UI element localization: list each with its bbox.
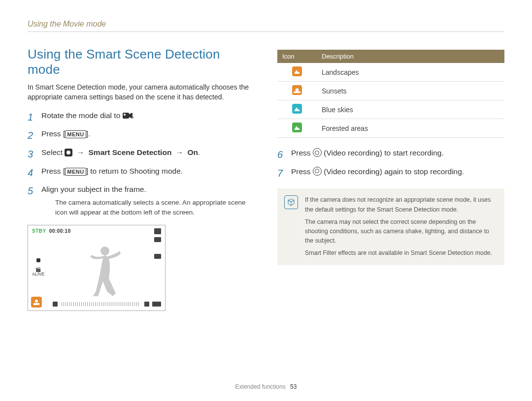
table-row: Landscapes (277, 63, 504, 82)
svg-point-4 (100, 247, 109, 255)
step-2-text-b: ]. (86, 129, 91, 138)
menu-button-label-2: MENU (65, 168, 86, 176)
step-6-text-b: (Video recording) to start recording. (322, 149, 444, 157)
table-row: Blue skies (277, 100, 504, 119)
step-2-text-a: Press [ (41, 129, 65, 138)
step-1-text: Rotate the mode dial to (41, 111, 123, 120)
note-p2: The camera may not select the correct sc… (305, 217, 497, 246)
arrow-2: → (171, 148, 187, 156)
table-header-desc: Description (317, 50, 504, 63)
scene-desc: Landscapes (317, 63, 504, 82)
quality-icon (154, 237, 161, 242)
rec-time: 00:00:10 (49, 228, 71, 234)
camera-preview: STBY 00:00:10 🎬ALIVE (28, 225, 166, 311)
step-3-text-a: Select (41, 148, 65, 156)
arrow-1: → (72, 148, 88, 156)
step-4-text-b: ] to return to Shooting mode. (86, 167, 183, 175)
note-icon (284, 195, 298, 209)
battery-icon (152, 302, 161, 307)
steps-list-right: Press (Video recording) to start recordi… (277, 148, 504, 177)
table-row: Forested areas (277, 119, 504, 138)
record-button-icon-2 (313, 167, 322, 176)
section-label: Using the Movie mode (28, 20, 504, 29)
dancer-silhouette (81, 244, 126, 298)
step-3: Select → Smart Scene Detection → On. (28, 147, 255, 158)
svg-point-2 (124, 114, 126, 116)
step-6-text-a: Press (291, 149, 313, 157)
left-column: Using the Smart Scene Detection mode In … (28, 32, 255, 311)
svg-rect-6 (33, 303, 39, 305)
note-box: If the camera does not recognize an appr… (277, 188, 504, 265)
svg-point-5 (35, 300, 38, 303)
step-7: Press (Video recording) again to stop re… (277, 166, 504, 177)
step-3-option: Smart Scene Detection (89, 148, 172, 156)
focus-icon (144, 302, 149, 307)
stby-indicator: STBY (32, 228, 46, 234)
step-7-text-a: Press (291, 167, 313, 176)
scene-icon (292, 123, 302, 132)
intro-paragraph: In Smart Scene Detection mode, your came… (28, 82, 254, 102)
record-button-icon (313, 148, 322, 157)
preview-bottom-bar (53, 302, 161, 307)
preview-right-icons (154, 228, 161, 259)
step-1-text-b: . (133, 111, 134, 120)
scene-desc: Blue skies (317, 100, 504, 119)
step-3-text-d: . (198, 148, 200, 156)
scene-desc: Forested areas (317, 119, 504, 138)
scene-chip-icon (31, 297, 42, 308)
flash-icon (53, 302, 58, 307)
ev-scale (62, 302, 140, 306)
camera-icon (65, 149, 72, 156)
icon-description-table: Icon Description LandscapesSunsetsBlue s… (277, 50, 504, 138)
scene-icon (292, 85, 302, 95)
svg-rect-0 (123, 113, 129, 119)
scene-icon (292, 104, 302, 114)
step-6: Press (Video recording) to start recordi… (277, 148, 504, 158)
right-column: Icon Description LandscapesSunsetsBlue s… (277, 32, 504, 311)
step-5-text: Align your subject in the frame. (41, 185, 146, 193)
preview-left-icons: 🎬ALIVE (32, 257, 45, 277)
svg-rect-3 (36, 258, 40, 262)
step-5-sub: The camera automatically selects a scene… (55, 198, 255, 217)
step-7-text-b: (Video recording) again to stop recordin… (322, 167, 464, 176)
ois-icon (32, 257, 45, 265)
step-1: Rotate the mode dial to . (28, 110, 255, 121)
steps-list-left: Rotate the mode dial to . Press [MENU]. … (28, 110, 255, 217)
page-title: Using the Smart Scene Detection mode (28, 47, 255, 77)
step-4: Press [MENU] to return to Shooting mode. (28, 166, 255, 177)
scene-desc: Sunsets (317, 82, 504, 100)
menu-button-label: MENU (65, 130, 86, 138)
resolution-icon (154, 228, 161, 234)
svg-rect-10 (294, 92, 300, 93)
step-3-value: On (187, 148, 198, 156)
table-header-icon: Icon (277, 50, 317, 63)
note-p3: Smart Filter effects are not available i… (305, 248, 497, 258)
alive-icon: 🎬ALIVE (32, 268, 45, 277)
footer-label: Extended functions (235, 383, 286, 390)
svg-marker-1 (129, 113, 133, 119)
note-p1: If the camera does not recognize an appr… (305, 195, 497, 214)
manual-page: Using the Movie mode Using the Smart Sce… (0, 0, 532, 401)
metering-icon (154, 254, 161, 259)
svg-point-9 (296, 89, 299, 92)
scene-icon (292, 66, 302, 76)
page-number: 53 (290, 383, 297, 390)
table-row: Sunsets (277, 82, 504, 100)
step-5: Align your subject in the frame. The cam… (28, 184, 255, 217)
step-4-text-a: Press [ (41, 167, 65, 175)
mode-dial-movie-icon (123, 111, 133, 117)
step-2: Press [MENU]. (28, 128, 255, 139)
page-footer: Extended functions 53 (0, 383, 532, 390)
